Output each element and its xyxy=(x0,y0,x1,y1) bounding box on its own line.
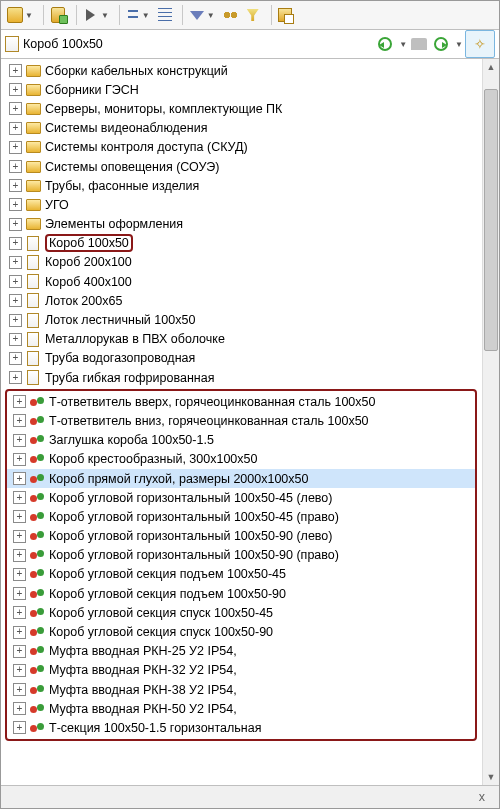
node-label: Короб угловой секция спуск 100x50-90 xyxy=(49,625,273,639)
expander[interactable]: + xyxy=(9,371,22,384)
expander[interactable]: + xyxy=(13,510,26,523)
expander[interactable]: + xyxy=(9,198,22,211)
expander[interactable]: + xyxy=(13,626,26,639)
expander[interactable]: + xyxy=(13,491,26,504)
separator xyxy=(119,5,120,25)
folder-node[interactable]: +Системы контроля доступа (СКУД) xyxy=(3,138,483,157)
tree-view: +Сборки кабельных конструкций+Сборники Г… xyxy=(1,59,499,785)
expander[interactable]: + xyxy=(9,333,22,346)
list-mode-button[interactable] xyxy=(156,6,174,24)
document-node[interactable]: +Короб 200x100 xyxy=(3,253,483,272)
nav-forward-button[interactable] xyxy=(431,34,451,54)
part-node[interactable]: +Короб угловой горизонтальный 100x50-90 … xyxy=(7,527,475,546)
document-node[interactable]: +Труба гибкая гофрированная xyxy=(3,368,483,387)
part-node[interactable]: +Т-секция 100x50-1.5 горизонтальная xyxy=(7,718,475,737)
close-button[interactable]: x xyxy=(473,790,491,804)
expander[interactable]: + xyxy=(13,568,26,581)
expander[interactable]: + xyxy=(13,472,26,485)
part-node[interactable]: +Заглушка короба 100x50-1.5 xyxy=(7,431,475,450)
part-node[interactable]: +Короб угловой горизонтальный 100x50-45 … xyxy=(7,507,475,526)
expander[interactable]: + xyxy=(13,453,26,466)
path-field[interactable]: Короб 100x50 xyxy=(5,36,375,52)
folder-node[interactable]: +Серверы, мониторы, комплектующие ПК xyxy=(3,99,483,118)
funnel-button[interactable] xyxy=(243,5,263,25)
new-from-db-button[interactable] xyxy=(48,5,68,25)
part-node[interactable]: +Короб угловой горизонтальный 100x50-90 … xyxy=(7,546,475,565)
part-node[interactable]: +Муфта вводная РКН-38 У2 IP54, xyxy=(7,680,475,699)
folder-node[interactable]: +Системы видеонаблюдения xyxy=(3,119,483,138)
expander[interactable]: + xyxy=(9,275,22,288)
part-node[interactable]: +Короб угловой секция подъем 100x50-90 xyxy=(7,584,475,603)
expander[interactable]: + xyxy=(13,434,26,447)
print-button[interactable]: ▼ xyxy=(5,5,35,25)
document-icon xyxy=(25,350,41,366)
part-node[interactable]: +Т-ответвитель вверх, горячеоцинкованная… xyxy=(7,392,475,411)
expander[interactable]: + xyxy=(9,218,22,231)
expander[interactable]: + xyxy=(13,664,26,677)
scroll-thumb[interactable] xyxy=(484,89,498,351)
node-label: Т-секция 100x50-1.5 горизонтальная xyxy=(49,721,261,735)
document-node[interactable]: +Труба водогазопроводная xyxy=(3,349,483,368)
expander[interactable]: + xyxy=(9,237,22,250)
part-node[interactable]: +Муфта вводная РКН-50 У2 IP54, xyxy=(7,699,475,718)
expander[interactable]: + xyxy=(13,414,26,427)
expander[interactable]: + xyxy=(9,122,22,135)
part-node[interactable]: +Т-ответвитель вниз, горячеоцинкованная … xyxy=(7,411,475,430)
expander[interactable]: + xyxy=(9,102,22,115)
expander[interactable]: + xyxy=(9,256,22,269)
part-node[interactable]: +Короб угловой секция спуск 100x50-45 xyxy=(7,603,475,622)
folder-up-button[interactable] xyxy=(409,34,429,54)
expander[interactable]: + xyxy=(13,549,26,562)
document-node[interactable]: +Лоток лестничный 100x50 xyxy=(3,310,483,329)
part-node[interactable]: +Короб крестообразный, 300x100x50 xyxy=(7,450,475,469)
folder-node[interactable]: +Сборники ГЭСН xyxy=(3,80,483,99)
folder-node[interactable]: +Элементы оформления xyxy=(3,215,483,234)
run-button[interactable]: ▼ xyxy=(81,5,111,25)
expander[interactable]: + xyxy=(9,352,22,365)
expander[interactable]: + xyxy=(9,179,22,192)
expander[interactable]: + xyxy=(9,294,22,307)
expander[interactable]: + xyxy=(9,314,22,327)
vertical-scrollbar[interactable]: ▲ ▼ xyxy=(482,59,499,785)
document-node[interactable]: +Лоток 200x65 xyxy=(3,291,483,310)
expander[interactable]: + xyxy=(13,702,26,715)
folder-node[interactable]: +Сборки кабельных конструкций xyxy=(3,61,483,80)
part-node[interactable]: +Короб угловой секция спуск 100x50-90 xyxy=(7,622,475,641)
expander[interactable]: + xyxy=(13,645,26,658)
folder-node[interactable]: +Системы оповещения (СОУЭ) xyxy=(3,157,483,176)
expander[interactable]: + xyxy=(9,64,22,77)
nav-back-button[interactable] xyxy=(375,34,395,54)
folder-icon xyxy=(25,101,41,117)
folder-node[interactable]: +УГО xyxy=(3,195,483,214)
treeview-mode-button[interactable]: ▼ xyxy=(124,6,152,24)
part-node[interactable]: +Муфта вводная РКН-32 У2 IP54, xyxy=(7,661,475,680)
list-icon xyxy=(158,8,172,22)
expander[interactable]: + xyxy=(9,160,22,173)
expander[interactable]: + xyxy=(13,721,26,734)
find-button[interactable] xyxy=(221,6,239,24)
database-add-icon xyxy=(50,7,66,23)
scroll-down-arrow[interactable]: ▼ xyxy=(483,769,499,785)
expander[interactable]: + xyxy=(13,395,26,408)
insert-image-button[interactable] xyxy=(276,6,294,24)
document-node[interactable]: +Короб 100x50 xyxy=(3,234,483,253)
folder-node[interactable]: +Трубы, фасонные изделия xyxy=(3,176,483,195)
expander[interactable]: + xyxy=(9,141,22,154)
part-node[interactable]: +Муфта вводная РКН-25 У2 IP54, xyxy=(7,642,475,661)
part-node[interactable]: +Короб угловой горизонтальный 100x50-45 … xyxy=(7,488,475,507)
folder-icon xyxy=(25,159,41,175)
expander[interactable]: + xyxy=(9,83,22,96)
filter-button[interactable]: ▼ xyxy=(187,5,217,25)
scroll-up-arrow[interactable]: ▲ xyxy=(483,59,499,75)
document-node[interactable]: +Металлорукав в ПВХ оболочке xyxy=(3,330,483,349)
document-icon xyxy=(25,331,41,347)
expander[interactable]: + xyxy=(13,606,26,619)
expander[interactable]: + xyxy=(13,587,26,600)
path-bar: Короб 100x50 ▼ ▼ ✧ xyxy=(1,30,499,59)
document-node[interactable]: +Короб 400x100 xyxy=(3,272,483,291)
part-node[interactable]: +Короб прямой глухой, размеры 2000x100x5… xyxy=(7,469,475,488)
pin-button[interactable]: ✧ xyxy=(465,30,495,58)
part-node[interactable]: +Короб угловой секция подъем 100x50-45 xyxy=(7,565,475,584)
expander[interactable]: + xyxy=(13,683,26,696)
expander[interactable]: + xyxy=(13,530,26,543)
